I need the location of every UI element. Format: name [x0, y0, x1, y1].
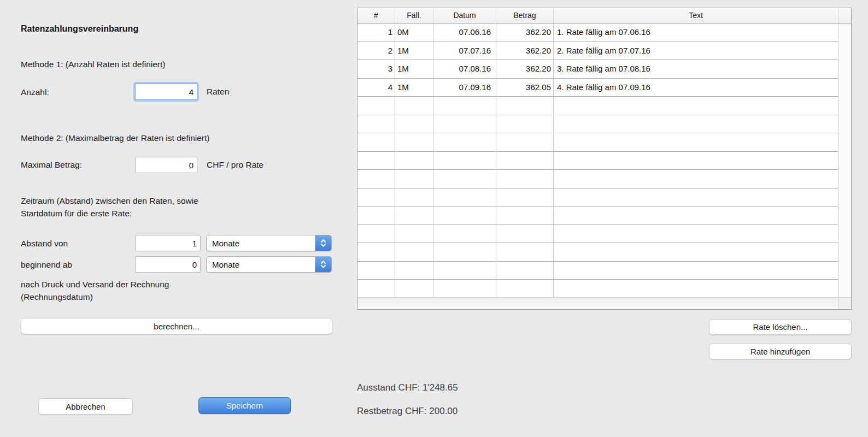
- table-row[interactable]: [357, 280, 838, 297]
- cell-text: [554, 133, 838, 151]
- anzahl-label: Anzahl:: [21, 84, 49, 101]
- cell-text: [554, 97, 838, 115]
- cell-nr: [357, 188, 395, 206]
- cell-betrag: [496, 170, 554, 188]
- dialog-title: Ratenzahlungsvereinbarung: [21, 24, 138, 34]
- max-betrag-label: Maximal Betrag:: [21, 157, 82, 173]
- cell-betrag: [496, 188, 554, 206]
- cell-text: [554, 243, 838, 261]
- cell-faell: 1M: [395, 60, 433, 78]
- table-row[interactable]: [357, 225, 838, 244]
- cell-faell: 1M: [395, 42, 433, 60]
- table-row[interactable]: [357, 152, 838, 170]
- table-row[interactable]: 10M07.06.16362.201. Rate fällig am 07.06…: [357, 23, 838, 42]
- cell-betrag: 362.20: [496, 23, 554, 42]
- cell-betrag: [496, 152, 554, 170]
- abstand-input[interactable]: [135, 235, 201, 251]
- table-row[interactable]: [357, 206, 838, 225]
- up-down-chevrons-icon: [315, 257, 331, 272]
- cell-faell: [395, 97, 433, 115]
- cell-text: [554, 262, 838, 280]
- abbrechen-button[interactable]: Abbrechen: [38, 398, 133, 415]
- cell-datum: [433, 225, 496, 243]
- cell-betrag: [496, 243, 554, 261]
- zeitraum-label-line1: Zeitraum (Abstand) zwischen den Raten, s…: [21, 194, 198, 207]
- cell-faell: [395, 152, 433, 170]
- abstand-unit-select[interactable]: Monate: [206, 235, 332, 251]
- cell-betrag: [496, 115, 554, 133]
- cell-faell: [395, 262, 433, 280]
- cell-nr: [357, 115, 395, 133]
- cell-text: [554, 206, 838, 225]
- table-row[interactable]: [357, 262, 838, 280]
- cell-faell: [395, 243, 433, 261]
- cell-faell: [395, 170, 433, 188]
- cell-faell: [395, 225, 433, 243]
- table-row[interactable]: [357, 170, 838, 188]
- cell-datum: [433, 170, 496, 188]
- cell-datum: 07.07.16: [433, 42, 496, 60]
- table-row[interactable]: [357, 97, 838, 115]
- cell-text: 1. Rate fällig am 07.06.16: [554, 23, 838, 42]
- ausstand-label: Ausstand CHF: 1'248.65: [357, 382, 458, 393]
- cell-datum: [433, 206, 496, 225]
- column-header-text[interactable]: Text: [554, 8, 838, 23]
- cell-text: [554, 188, 838, 206]
- table-row[interactable]: 21M07.07.16362.202. Rate fällig am 07.07…: [357, 42, 838, 61]
- cell-text: [554, 170, 838, 188]
- table-row[interactable]: [357, 243, 838, 262]
- table-row[interactable]: 41M07.09.16362.054. Rate fällig am 07.09…: [357, 79, 838, 97]
- cell-betrag: [496, 97, 554, 115]
- cell-nr: [357, 170, 395, 188]
- rate-hinzufuegen-button[interactable]: Rate hinzufügen: [709, 344, 852, 359]
- cell-faell: [395, 280, 433, 297]
- cell-nr: 1: [357, 23, 395, 42]
- table-header: #Fäll.DatumBetragText: [357, 8, 851, 23]
- column-header-faell[interactable]: Fäll.: [395, 8, 433, 23]
- column-header-nr[interactable]: #: [357, 8, 395, 23]
- cell-faell: [395, 188, 433, 206]
- cell-text: 4. Rate fällig am 07.09.16: [554, 79, 838, 97]
- cell-datum: [433, 115, 496, 133]
- beginnend-unit-select[interactable]: Monate: [206, 256, 332, 273]
- cell-text: [554, 225, 838, 243]
- note-label-line2: (Rechnungsdatum): [21, 291, 169, 303]
- berechnen-button[interactable]: berechnen...: [21, 318, 332, 334]
- header-scrollbar-cap: [838, 8, 851, 23]
- cell-betrag: 362.20: [496, 42, 554, 60]
- max-betrag-input[interactable]: [135, 157, 197, 173]
- ratenzahlung-dialog: Ratenzahlungsvereinbarung Methode 1: (An…: [0, 0, 868, 437]
- cell-betrag: [496, 206, 554, 225]
- cell-faell: 0M: [395, 23, 433, 42]
- rate-loeschen-button[interactable]: Rate löschen...: [709, 319, 852, 335]
- cell-nr: [357, 225, 395, 243]
- rate-table: #Fäll.DatumBetragText 10M07.06.16362.201…: [357, 8, 852, 310]
- column-header-datum[interactable]: Datum: [433, 8, 496, 23]
- vertical-scrollbar[interactable]: [838, 23, 851, 297]
- cell-datum: 07.08.16: [433, 60, 496, 78]
- cell-datum: [433, 97, 496, 115]
- speichern-button[interactable]: Speichern: [198, 397, 291, 414]
- cell-faell: [395, 133, 433, 151]
- up-down-chevrons-icon: [315, 235, 331, 251]
- cell-text: 3. Rate fällig am 07.08.16: [554, 60, 838, 78]
- method2-label: Methode 2: (Maximalbetrag der Raten ist …: [21, 133, 209, 143]
- max-betrag-unit-label: CHF / pro Rate: [207, 157, 263, 173]
- cell-datum: [433, 243, 496, 261]
- cell-betrag: [496, 280, 554, 297]
- beginnend-unit-value: Monate: [207, 260, 315, 269]
- column-header-betrag[interactable]: Betrag: [496, 8, 554, 23]
- rate-table-body: 10M07.06.16362.201. Rate fällig am 07.06…: [357, 23, 838, 297]
- anzahl-input[interactable]: [135, 84, 197, 100]
- cell-text: 2. Rate fällig am 07.07.16: [554, 42, 838, 60]
- cell-nr: 4: [357, 79, 395, 97]
- beginnend-input[interactable]: [135, 256, 201, 273]
- abstand-unit-value: Monate: [207, 239, 315, 248]
- cell-faell: [395, 115, 433, 133]
- table-row[interactable]: [357, 133, 838, 152]
- horizontal-scrollbar[interactable]: [357, 297, 838, 309]
- table-row[interactable]: 31M07.08.16362.203. Rate fällig am 07.08…: [357, 60, 838, 79]
- cell-betrag: [496, 133, 554, 151]
- table-row[interactable]: [357, 188, 838, 207]
- table-row[interactable]: [357, 115, 838, 134]
